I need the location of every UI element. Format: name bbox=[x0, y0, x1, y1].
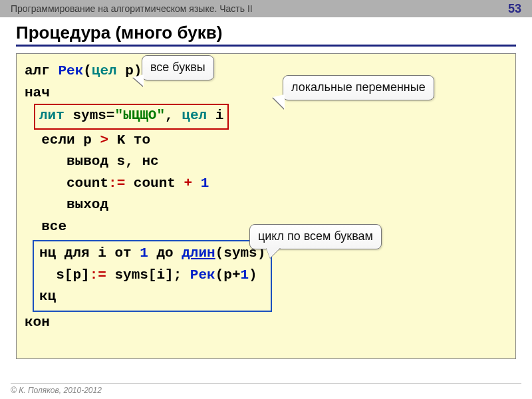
callout-tail-icon bbox=[273, 94, 285, 109]
var: i bbox=[207, 108, 223, 123]
txt: если p bbox=[25, 132, 92, 148]
callout-text: цикл по всем буквам bbox=[258, 229, 373, 243]
loop-box: нц для i от 1 до длин(syms) s[p]:= syms[… bbox=[33, 240, 272, 312]
op: > bbox=[92, 132, 117, 148]
type: лит bbox=[39, 108, 72, 123]
paren: ( bbox=[83, 63, 92, 78]
txt: count bbox=[134, 176, 176, 191]
code-line: если p > K то bbox=[25, 130, 507, 152]
callout-tail-icon bbox=[266, 247, 281, 258]
op: := bbox=[108, 176, 134, 191]
code-line: выход bbox=[25, 194, 507, 216]
txt: syms[i]; bbox=[114, 267, 190, 283]
code-block: все буквы локальные переменные цикл по в… bbox=[16, 53, 516, 359]
txt: ) bbox=[249, 267, 257, 283]
txt: до bbox=[148, 245, 182, 261]
num: 1 bbox=[201, 176, 209, 191]
proc-name: Рек bbox=[58, 63, 83, 78]
header-title: Программирование на алгоритмическом язык… bbox=[11, 3, 253, 14]
code-line: count:= count + 1 bbox=[25, 173, 507, 195]
num: 1 bbox=[240, 267, 249, 283]
callout-all-letters: все буквы bbox=[142, 55, 214, 80]
code-line: лит syms="ЫЦЩО", цел i bbox=[33, 104, 507, 130]
type: цел bbox=[92, 63, 117, 78]
txt: count bbox=[25, 176, 108, 191]
page-title: Процедура (много букв) bbox=[16, 23, 516, 43]
var: syms= bbox=[72, 108, 114, 123]
code-line: кон bbox=[25, 312, 507, 334]
txt: нц для i от bbox=[39, 245, 140, 261]
callout-tail-icon bbox=[133, 74, 144, 86]
code-line: алг Рек(цел p) bbox=[25, 61, 507, 82]
comma: , bbox=[165, 108, 182, 123]
kw: алг bbox=[25, 63, 58, 78]
op: + bbox=[176, 176, 201, 191]
callout-local-vars: локальные переменные bbox=[283, 75, 434, 100]
header-page: 53 bbox=[508, 2, 521, 16]
func: длин bbox=[182, 245, 215, 261]
slide-header: Программирование на алгоритмическом язык… bbox=[0, 0, 532, 17]
callout-text: все буквы bbox=[150, 61, 205, 74]
local-vars-box: лит syms="ЫЦЩО", цел i bbox=[34, 104, 229, 130]
callout-text: локальные переменные bbox=[291, 80, 426, 94]
string-literal: "ЫЦЩО" bbox=[114, 108, 165, 123]
txt: (p+ bbox=[215, 267, 241, 283]
proc-name: Рек bbox=[190, 267, 215, 283]
code-line: нач bbox=[25, 82, 507, 104]
callout-loop: цикл по всем буквам bbox=[249, 224, 382, 249]
code-line: вывод s, нс bbox=[25, 151, 507, 173]
footer-copyright: © К. Поляков, 2010-2012 bbox=[11, 383, 521, 395]
title-underline bbox=[16, 45, 516, 47]
type: цел bbox=[182, 108, 207, 123]
num: 1 bbox=[140, 245, 148, 261]
txt: K то bbox=[117, 132, 150, 148]
txt: кц bbox=[39, 289, 56, 304]
op: := bbox=[90, 267, 115, 283]
txt: s[p] bbox=[39, 267, 90, 283]
